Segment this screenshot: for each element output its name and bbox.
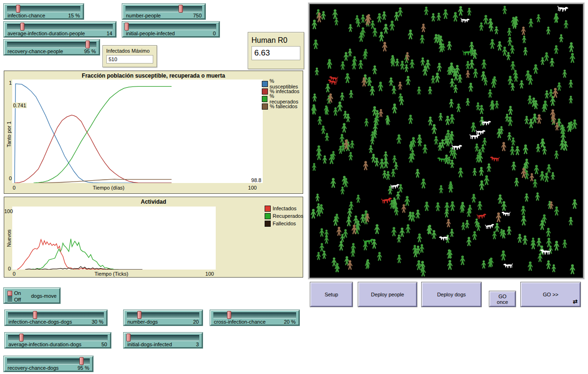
slider-track[interactable]	[127, 335, 199, 341]
plot-canvas	[12, 207, 216, 270]
legend-label: Infectados	[273, 206, 297, 211]
legend-label: % fallecidos	[270, 103, 298, 109]
monitor-value: 6.63	[251, 46, 300, 60]
slider-label: number-people	[126, 13, 161, 18]
legend-swatch	[265, 206, 271, 212]
slider-infection-chance-dogs-dogs[interactable]: infection-chance-dogs-dogs30 %	[5, 310, 107, 326]
switch-off-label: Off	[14, 296, 21, 303]
deploy-people-button[interactable]: Deploy people	[358, 282, 417, 307]
slider-knob[interactable]	[79, 357, 84, 365]
legend-label: Fallecidos	[273, 221, 296, 226]
slider-value: 14	[107, 31, 112, 36]
slider-label: number-dogs	[127, 319, 158, 325]
slider-label: average-infection-duration-dogs	[8, 342, 81, 347]
x-tick-min: 0	[13, 185, 16, 191]
legend-swatch	[262, 81, 268, 87]
y-tick-min: 0	[6, 175, 12, 181]
plot-fraccion-poblacion: Fracción población susceptible, recupera…	[4, 71, 303, 194]
legend-item: % susceptibles	[262, 80, 303, 88]
slider-number-people[interactable]: number-people750	[122, 4, 205, 19]
plot-canvas: 98.8	[12, 80, 263, 183]
slider-value: 20 %	[284, 319, 296, 325]
x-tick-min: 0	[13, 271, 16, 277]
slider-track[interactable]	[8, 312, 104, 318]
legend-item: % fallecidos	[262, 103, 303, 110]
slider-knob[interactable]	[126, 334, 131, 342]
slider-knob[interactable]	[125, 23, 129, 31]
legend-item: % recuperados	[262, 95, 303, 103]
slider-label: recovery-chance-dogs	[8, 365, 59, 371]
switch-on-label: On	[14, 290, 21, 296]
switch-dogs-move[interactable]: On Off dogs-move	[4, 288, 60, 303]
slider-value: 50	[102, 342, 107, 347]
slider-label: initial-people-infected	[126, 31, 175, 36]
y-tick-min: 0	[5, 266, 11, 271]
slider-number-dogs[interactable]: number-dogs20	[124, 310, 203, 326]
legend-swatch	[262, 96, 267, 102]
slider-average-infection-duration-people[interactable]: average-infection-duration-people14	[4, 22, 116, 37]
world-view[interactable]	[308, 3, 584, 279]
legend-item: Fallecidos	[265, 220, 303, 227]
slider-track[interactable]	[213, 312, 296, 318]
monitor-value: 510	[106, 55, 153, 64]
slider-value: 30 %	[92, 319, 103, 325]
slider-knob[interactable]	[33, 311, 37, 319]
toggle-track[interactable]	[8, 291, 12, 302]
legend-swatch	[262, 103, 268, 110]
slider-track[interactable]	[125, 24, 216, 30]
deploy-dogs-button[interactable]: Deploy dogs	[422, 282, 481, 307]
slider-track[interactable]	[125, 6, 202, 12]
legend-label: Recuperados	[273, 213, 303, 219]
y-axis-label: Nuevos	[6, 230, 12, 247]
slider-track[interactable]	[7, 24, 113, 30]
plot-title: Fracción población susceptible, recupera…	[4, 72, 303, 79]
monitor-label: Human R0	[248, 32, 304, 46]
slider-initial-dogs-infected[interactable]: initial-dogs-infected3	[124, 333, 203, 348]
y-tick-max: 1	[6, 80, 12, 86]
forever-icon: ⇄	[573, 298, 578, 305]
plot-legend: % susceptibles % infectados % recuperado…	[262, 80, 303, 110]
plot-actividad: Actividad 100 0 Nuevos 0 Tiempo (Ticks) …	[4, 197, 303, 278]
slider-recovery-chance-people[interactable]: recovery-chance-people95 %	[4, 40, 100, 55]
setup-button[interactable]: Setup	[310, 282, 353, 307]
slider-infection-chance[interactable]: infection-chance15 %	[4, 4, 84, 19]
slider-knob[interactable]	[227, 311, 231, 319]
slider-initial-people-infected[interactable]: initial-people-infected0	[122, 22, 220, 37]
go-forever-label: GO >>	[543, 292, 558, 297]
slider-cross-infection-chance[interactable]: cross-infection-chance20 %	[210, 310, 299, 326]
slider-knob[interactable]	[20, 23, 24, 31]
x-tick-max: 100	[245, 185, 259, 191]
legend-item: Infectados	[265, 205, 303, 212]
toggle-knob[interactable]	[8, 291, 12, 296]
slider-label: infection-chance	[8, 13, 45, 18]
slider-knob[interactable]	[16, 5, 20, 13]
slider-recovery-chance-dogs[interactable]: recovery-chance-dogs95 %	[4, 356, 93, 372]
slider-track[interactable]	[7, 358, 90, 364]
slider-label: initial-dogs-infected	[127, 342, 172, 347]
monitor-infectados-maximo: Infectados Máximo 510	[102, 45, 157, 67]
slider-track[interactable]	[7, 42, 96, 48]
slider-knob[interactable]	[179, 5, 183, 13]
slider-average-infection-duration-dogs[interactable]: average-infection-duration-dogs50	[5, 333, 111, 348]
slider-value: 0	[213, 31, 216, 36]
slider-label: cross-infection-chance	[214, 319, 266, 325]
netlogo-interface: infection-chance15 % number-people750 av…	[0, 0, 588, 374]
slider-knob[interactable]	[19, 334, 24, 342]
slider-track[interactable]	[8, 335, 108, 341]
plot-lines	[12, 80, 263, 183]
slider-label: average-infection-duration-people	[8, 31, 85, 36]
plot-lines	[12, 207, 216, 270]
slider-track[interactable]	[127, 312, 199, 318]
legend-swatch	[265, 213, 271, 219]
plot-title: Actividad	[4, 199, 303, 205]
x-axis-label: Tiempo (días)	[62, 185, 156, 191]
slider-knob[interactable]	[86, 40, 90, 48]
legend-swatch	[262, 88, 268, 95]
plot-end-x-label: 98.8	[251, 177, 261, 183]
monitor-label: Infectados Máximo	[103, 46, 157, 55]
go-forever-button[interactable]: GO >> ⇄	[521, 282, 580, 307]
go-once-button[interactable]: GO once	[489, 291, 516, 307]
slider-track[interactable]	[7, 6, 80, 12]
slider-knob[interactable]	[137, 311, 141, 319]
y-marker-note: 0.741	[13, 103, 27, 108]
